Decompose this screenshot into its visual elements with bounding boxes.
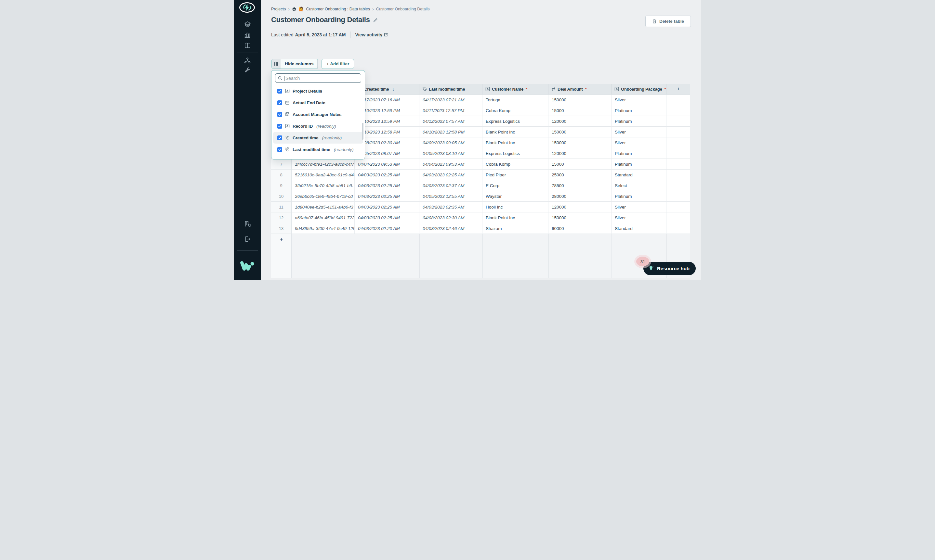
sidebar-item-organization[interactable] [234, 220, 261, 228]
search-input[interactable]: Search [275, 74, 361, 83]
cell-last-modified-time[interactable]: 04/05/2023 12:55 AM [420, 191, 483, 202]
view-activity-link[interactable]: View activity [355, 32, 388, 37]
cell-record-id[interactable]: 5216010c-9aa2-48ec-91c9-d46 [292, 169, 355, 180]
cell-record-id[interactable]: a69afa07-46fa-459d-9491-722 [292, 212, 355, 223]
breadcrumb-projects[interactable]: Projects [271, 7, 286, 11]
sidebar-item-reports[interactable] [234, 31, 261, 39]
cell-customer-name[interactable]: Express Logistics [483, 148, 548, 159]
sidebar-item-tools[interactable] [234, 66, 261, 74]
cell-deal-amount[interactable]: 78500 [548, 180, 611, 191]
column-toggle-record-id[interactable]: Record ID(readonly) [273, 120, 363, 132]
cell-empty[interactable] [667, 212, 690, 223]
cell-last-modified-time[interactable]: 04/03/2023 02:25 AM [420, 169, 483, 180]
cell-onboarding-package[interactable]: Silver [611, 212, 667, 223]
add-column-button[interactable]: + [667, 84, 690, 94]
delete-table-button[interactable]: Delete table [645, 15, 691, 27]
cell-onboarding-package[interactable]: Silver [611, 127, 667, 137]
cell-empty[interactable] [667, 223, 690, 234]
cell-last-modified-time[interactable]: 04/03/2023 02:35 AM [420, 202, 483, 212]
cell-last-modified-time[interactable]: 04/05/2023 08:10 AM [420, 148, 483, 159]
cell-created-time[interactable]: 04/03/2023 02:25 AM [355, 191, 420, 202]
cell-onboarding-package[interactable]: Platinum [611, 159, 667, 169]
cell-deal-amount[interactable]: 150000 [548, 127, 611, 137]
cell-empty[interactable] [667, 127, 690, 137]
cell-last-modified-time[interactable]: 04/08/2023 02:30 AM [420, 212, 483, 223]
cell-deal-amount[interactable]: 15000 [548, 105, 611, 116]
cell-last-modified-time[interactable]: 04/09/2023 09:05 AM [420, 137, 483, 148]
checkbox-checked[interactable] [277, 89, 282, 94]
cell-deal-amount[interactable]: 120000 [548, 116, 611, 127]
brand-wordmark-w[interactable] [239, 260, 256, 272]
checkbox-checked[interactable] [277, 135, 282, 140]
checkbox-checked[interactable] [277, 124, 282, 129]
cell-customer-name[interactable]: Blank Point Inc [483, 212, 548, 223]
column-toggle-actual-end-date[interactable]: Actual End Date [273, 97, 363, 109]
cell-customer-name[interactable]: Blank Point Inc [483, 127, 548, 137]
cell-customer-name[interactable]: Shazam [483, 223, 548, 234]
app-logo[interactable] [239, 2, 255, 13]
cell-deal-amount[interactable]: 15000 [548, 159, 611, 169]
cell-empty[interactable] [667, 116, 690, 127]
cell-record-id[interactable]: 26ebbc65-1feb-49b4-b719-cd [292, 191, 355, 202]
cell-empty[interactable] [667, 159, 690, 169]
cell-onboarding-package[interactable]: Platinum [611, 105, 667, 116]
cell-last-modified-time[interactable]: 04/03/2023 02:46 AM [420, 223, 483, 234]
cell-customer-name[interactable]: Waystar [483, 191, 548, 202]
column-toggle-last-modified-time[interactable]: Last modified time(readonly) [273, 143, 363, 155]
cell-deal-amount[interactable]: 150000 [548, 94, 611, 105]
cell-empty[interactable] [667, 94, 690, 105]
cell-empty[interactable] [667, 148, 690, 159]
cell-created-time[interactable]: 04/03/2023 02:20 AM [355, 223, 420, 234]
cell-customer-name[interactable]: Express Logistics [483, 116, 548, 127]
cell-deal-amount[interactable]: 280000 [548, 191, 611, 202]
cell-empty[interactable] [667, 191, 690, 202]
column-toggle-account-manager-notes[interactable]: Account Manager Notes [273, 109, 363, 120]
cell-empty[interactable] [667, 202, 690, 212]
cell-empty[interactable] [667, 180, 690, 191]
cell-deal-amount[interactable]: 150000 [548, 137, 611, 148]
cell-record-id[interactable]: 1d8040ee-b2d5-4151-a4b6-f3 [292, 202, 355, 212]
add-row-button[interactable]: + [271, 234, 292, 245]
column-toggle-project-details[interactable]: Project Details [273, 85, 363, 97]
dropdown-scrollbar[interactable] [362, 123, 364, 140]
cell-customer-name[interactable]: Pied Piper [483, 169, 548, 180]
cell-empty[interactable] [667, 105, 690, 116]
cell-customer-name[interactable]: Blank Point Inc [483, 137, 548, 148]
sidebar-item-integrations[interactable] [234, 57, 261, 65]
cell-created-time[interactable]: 04/03/2023 02:25 AM [355, 212, 420, 223]
cell-customer-name[interactable]: Hooli Inc [483, 202, 548, 212]
sidebar-item-signout[interactable] [234, 235, 261, 243]
cell-empty[interactable] [667, 169, 690, 180]
sidebar-item-library[interactable] [234, 41, 261, 49]
cell-record-id[interactable]: 9d43959a-3f00-47e4-9c49-129 [292, 223, 355, 234]
cell-record-id[interactable]: 3fb0215e-5b70-4fb8-ab81-b9. [292, 180, 355, 191]
checkbox-checked[interactable] [277, 100, 282, 105]
cell-deal-amount[interactable]: 25000 [548, 169, 611, 180]
cell-created-time[interactable]: 04/03/2023 02:25 AM [355, 169, 420, 180]
column-toggle-created-time[interactable]: Created time(readonly) [273, 132, 363, 143]
column-header-customer[interactable]: Customer Name* [483, 84, 548, 94]
cell-onboarding-package[interactable]: Platinum [611, 116, 667, 127]
add-filter-button[interactable]: + Add filter [321, 59, 354, 69]
cell-last-modified-time[interactable]: 04/03/2023 02:37 AM [420, 180, 483, 191]
cell-onboarding-package[interactable]: Platinum [611, 148, 667, 159]
sidebar-item-tables[interactable] [234, 20, 261, 29]
cell-last-modified-time[interactable]: 04/11/2023 12:57 PM [420, 105, 483, 116]
column-header-modified[interactable]: Last modified time [420, 84, 483, 94]
cell-onboarding-package[interactable]: Silver [611, 94, 667, 105]
breadcrumb-data-tables[interactable]: Customer Onboarding : Data tables [306, 7, 370, 11]
cell-customer-name[interactable]: Cobra Komp [483, 105, 548, 116]
cell-onboarding-package[interactable]: Silver [611, 202, 667, 212]
hide-columns-button[interactable]: Hide columns [272, 59, 318, 69]
cell-onboarding-package[interactable]: Standard [611, 223, 667, 234]
cell-onboarding-package[interactable]: Select [611, 180, 667, 191]
cell-last-modified-time[interactable]: 04/10/2023 12:58 PM [420, 127, 483, 137]
edit-pencil-icon[interactable] [373, 17, 378, 22]
cell-created-time[interactable]: 04/03/2023 02:25 AM [355, 202, 420, 212]
checkbox-checked[interactable] [277, 147, 282, 152]
cell-onboarding-package[interactable]: Standard [611, 169, 667, 180]
cell-customer-name[interactable]: E Corp [483, 180, 548, 191]
cell-last-modified-time[interactable]: 04/04/2023 09:53 AM [420, 159, 483, 169]
cell-customer-name[interactable]: Tortuga [483, 94, 548, 105]
resource-hub-button[interactable]: 31 Resource hub [643, 262, 696, 275]
